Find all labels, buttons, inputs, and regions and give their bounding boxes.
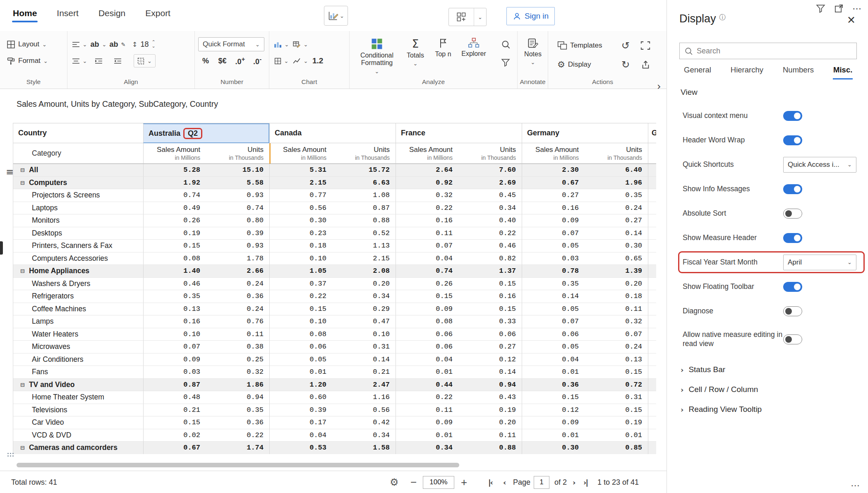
settings-gear-button[interactable]: ⚙ (390, 471, 399, 493)
decrease-decimal-button[interactable]: .0- (249, 54, 266, 68)
cell[interactable]: 0.39 (269, 404, 332, 417)
chart-cell-button[interactable]: ⌄ (273, 54, 290, 68)
panel-tab-numbers[interactable]: Numbers (782, 63, 814, 79)
cell[interactable]: 0.01 (522, 366, 585, 379)
zoom-out-button[interactable]: − (410, 471, 417, 493)
tab-insert[interactable]: Insert (56, 7, 79, 24)
fill-color-button[interactable]: ⌄ (273, 37, 290, 51)
page-input[interactable] (534, 476, 549, 489)
table-row[interactable]: Refrigerators0.350.360.220.340.150.160.1… (13, 290, 656, 303)
cell[interactable]: 0.13 (585, 354, 648, 366)
cell[interactable]: 0.92 (396, 177, 458, 190)
toggle-visual-context-menu[interactable] (783, 111, 802, 121)
section-reading-view-tooltip[interactable]: ›Reading View Tooltip (681, 399, 857, 419)
cell[interactable]: 0.19 (585, 416, 648, 429)
cell[interactable]: 1.39 (585, 265, 648, 278)
cell[interactable]: 2.66 (206, 265, 269, 278)
tab-design[interactable]: Design (98, 7, 126, 24)
cell[interactable]: 0.34 (332, 429, 396, 442)
row-header[interactable]: ⊟TV and Video (13, 379, 143, 392)
sparkline-button[interactable]: ⌄ (292, 54, 309, 68)
row-header[interactable]: Desktops (13, 227, 143, 240)
panel-tab-hierarchy[interactable]: Hierarchy (730, 63, 764, 79)
cell[interactable]: 0.22 (206, 429, 269, 442)
cell[interactable]: 0.05 (522, 303, 585, 316)
row-header[interactable]: Lamps (13, 315, 143, 328)
conditional-formatting-button[interactable]: Conditional Formatting ⌄ (353, 36, 401, 74)
cell[interactable]: 0.25 (206, 354, 269, 366)
cell[interactable]: 0.46 (458, 240, 522, 253)
cell[interactable]: 1.96 (585, 177, 648, 190)
cell[interactable]: 5.28 (143, 164, 206, 177)
cell[interactable]: 0.12 (522, 404, 585, 417)
horizontal-scrollbar[interactable] (17, 463, 459, 467)
cell[interactable]: 0.11 (206, 328, 269, 341)
table-row[interactable]: ⊟Home Appliances1.402.661.052.080.741.37… (13, 265, 656, 278)
cell[interactable]: 0.09 (143, 354, 206, 366)
cell[interactable]: 0.01 (585, 429, 648, 442)
cell[interactable]: 1.74 (206, 442, 269, 454)
top-n-button[interactable]: Top n (430, 36, 456, 58)
cell[interactable]: 0.21 (143, 404, 206, 417)
cell[interactable]: 1.40 (143, 265, 206, 278)
cell[interactable]: 0.39 (206, 227, 269, 240)
collapse-icon[interactable]: ⊟ (20, 268, 25, 274)
totals-button[interactable]: Σ Totals ⌄ (401, 36, 430, 66)
cell[interactable]: 0.27 (522, 189, 585, 202)
cell[interactable]: 0.38 (206, 341, 269, 354)
toggle-show-floating-toolbar[interactable] (783, 282, 802, 292)
row-header[interactable]: ⊟Cameras and camcorders (13, 442, 143, 454)
cell[interactable]: 0.53 (269, 442, 332, 454)
cell[interactable]: 0.88 (332, 214, 396, 227)
font-size-stepper[interactable]: ↕ 18 ⌃⌄ (132, 40, 156, 49)
undo-button[interactable]: ↺ (617, 38, 634, 53)
cell[interactable]: 2.69 (458, 177, 522, 190)
cell[interactable]: 0.10 (143, 328, 206, 341)
cell[interactable]: 0.04 (522, 354, 585, 366)
toggle-diagnose[interactable] (783, 306, 802, 316)
cell[interactable]: 0.76 (206, 315, 269, 328)
filter-button[interactable] (497, 57, 514, 68)
currency-button[interactable]: $€ (214, 54, 231, 68)
cell[interactable]: 0.32 (585, 315, 648, 328)
cell[interactable]: 0.08 (396, 315, 458, 328)
toggle-header-word-wrap[interactable] (783, 135, 802, 145)
column-header-germany[interactable]: Germany (522, 123, 648, 143)
category-header[interactable]: Category (13, 143, 143, 164)
horizontal-align-button[interactable]: ⌄ (71, 37, 88, 51)
panel-search[interactable] (679, 43, 857, 59)
cell[interactable]: 0.17 (269, 416, 332, 429)
cell[interactable]: 0.24 (206, 278, 269, 291)
measure-header-sales[interactable]: Sales Amountin Millions (396, 143, 458, 164)
table-row[interactable]: Televisions0.210.350.390.560.110.190.120… (13, 404, 656, 417)
share-button[interactable] (637, 58, 654, 72)
previous-page-button[interactable]: ‹ (503, 471, 505, 493)
table-row[interactable]: Printers, Scanners & Fax0.150.930.181.13… (13, 240, 656, 253)
table-row[interactable]: Computers Accessories0.081.780.102.150.0… (13, 253, 656, 265)
table-row[interactable]: Microwaves0.070.380.060.310.060.270.050.… (13, 341, 656, 354)
cell[interactable]: 0.06 (269, 341, 332, 354)
cell[interactable]: 0.13 (143, 303, 206, 316)
cell[interactable]: 0.08 (143, 253, 206, 265)
cell[interactable]: 0.10 (332, 328, 396, 341)
cell[interactable]: 0.15 (585, 366, 648, 379)
cell[interactable]: 0.60 (269, 391, 332, 404)
cell[interactable]: 2.15 (332, 253, 396, 265)
measure-header-units[interactable]: Unitsin Thousands (332, 143, 396, 164)
cell[interactable]: 0.27 (458, 341, 522, 354)
cell[interactable]: 0.11 (585, 303, 648, 316)
cell[interactable]: 0.77 (269, 189, 332, 202)
cell[interactable]: 1.37 (458, 265, 522, 278)
table-row[interactable]: Coffee Machines0.130.240.150.290.090.150… (13, 303, 656, 316)
cell[interactable]: 0.20 (458, 416, 522, 429)
cell[interactable]: 0.15 (458, 303, 522, 316)
format-button[interactable]: Format ⌄ (3, 54, 51, 68)
cell[interactable]: 0.80 (206, 214, 269, 227)
cell[interactable]: 0.24 (585, 341, 648, 354)
cell[interactable]: 0.31 (332, 341, 396, 354)
cell[interactable]: 0.82 (458, 253, 522, 265)
indent-increase-button[interactable] (90, 54, 107, 68)
dropdown-quick-shortcuts[interactable]: Quick Access i...⌄ (783, 157, 856, 173)
cell[interactable]: 0.22 (269, 290, 332, 303)
ribbon-expand-chevron[interactable]: › (657, 81, 661, 92)
